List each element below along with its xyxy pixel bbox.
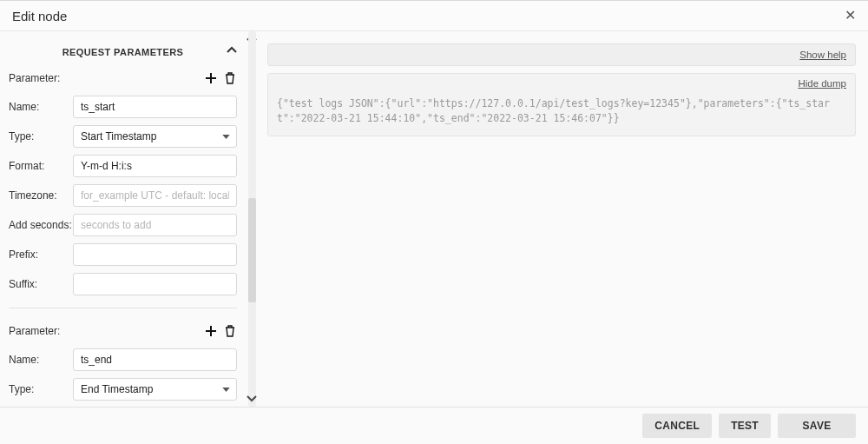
test-button[interactable]: TEST [719,414,771,438]
param1-label: Parameter: [9,72,73,84]
param2-add-icon[interactable] [204,324,218,338]
param1-addseconds-label: Add seconds: [9,219,73,231]
param1-header-row: Parameter: [9,68,237,89]
hide-dump-link[interactable]: Hide dump [798,78,846,89]
param1-delete-icon[interactable] [223,71,237,85]
dump-box: Hide dump {"test logs JSON":{"url":"http… [267,73,856,136]
param1-format-label: Format: [9,160,73,172]
show-help-link[interactable]: Show help [799,50,846,60]
param2-type-label: Type: [9,383,73,395]
dialog-header: Edit node ✕ [0,0,868,31]
param1-add-icon[interactable] [204,71,218,85]
dump-bar: Hide dump [268,74,855,93]
scrollbar-thumb[interactable] [248,198,256,302]
dialog-title: Edit node [12,9,67,23]
help-bar: Show help [267,43,856,66]
save-button[interactable]: SAVE [778,414,856,438]
close-icon[interactable]: ✕ [845,9,856,23]
param2-type-select[interactable]: End Timestamp [73,378,237,401]
param1-suffix-label: Suffix: [9,278,73,290]
scrollbar-track[interactable] [248,31,256,407]
param2-header-row: Parameter: [9,321,237,341]
left-pane: REQUEST PARAMETERS Parameter: Name: Type… [0,31,246,407]
scroll-down-icon[interactable] [246,393,258,405]
dialog-footer: CANCEL TEST SAVE [0,407,868,444]
param1-timezone-input[interactable] [73,184,237,207]
section-header: REQUEST PARAMETERS [9,43,237,57]
param1-prefix-input[interactable] [73,243,237,266]
param1-format-input[interactable] [73,155,237,177]
param1-prefix-label: Prefix: [9,249,73,261]
dump-body: {"test logs JSON":{"url":"https://127.0.… [268,93,855,136]
right-pane: Show help Hide dump {"test logs JSON":{"… [260,31,868,407]
param2-label: Parameter: [9,325,73,337]
section-collapse-icon[interactable] [227,45,237,58]
param1-timezone-label: Timezone: [9,189,73,202]
dialog-body: REQUEST PARAMETERS Parameter: Name: Type… [0,31,868,407]
param2-name-input[interactable] [73,348,237,371]
param2-delete-icon[interactable] [223,324,237,338]
cancel-button[interactable]: CANCEL [642,414,712,438]
param1-addseconds-input[interactable] [73,214,237,236]
section-title: REQUEST PARAMETERS [62,47,184,57]
param1-type-label: Type: [9,130,73,142]
param1-name-label: Name: [9,101,73,113]
group-divider [9,308,237,308]
splitter[interactable] [246,31,260,407]
param1-suffix-input[interactable] [73,273,237,295]
param2-name-label: Name: [9,354,73,366]
param1-name-input[interactable] [73,96,237,118]
param1-type-select[interactable]: Start Timestamp [73,125,237,148]
